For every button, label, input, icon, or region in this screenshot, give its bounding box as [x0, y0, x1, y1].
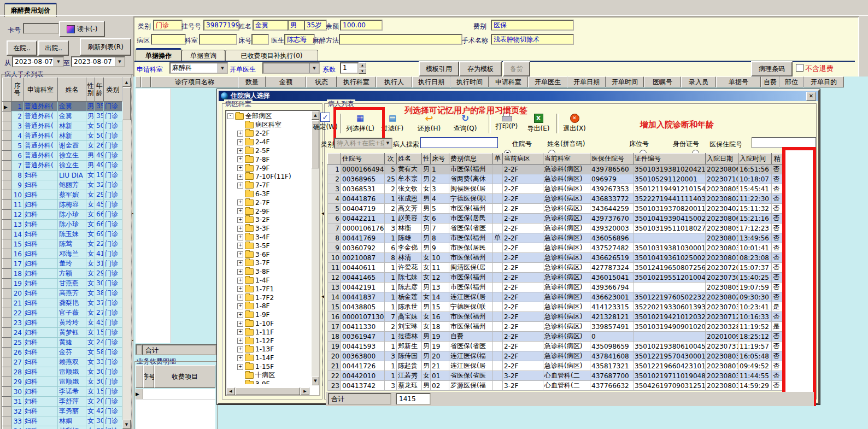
detail-row-selector[interactable]: ▶: [136, 389, 143, 399]
scrollbar-thumb[interactable]: [236, 387, 300, 395]
patient-row[interactable]: 700001061763林衡 男7省医保(省医 2-2F急诊科(病区)43932…: [328, 224, 783, 233]
surgery-list-row[interactable]: 20 妇科 高燕芳 女 38岁 门诊: [3, 289, 122, 298]
patient-row[interactable]: 1600001071307高宝妹 女16市医保(福州 2-2F急诊科(病区)42…: [328, 312, 783, 322]
no-refund-checkbox[interactable]: [796, 64, 804, 72]
chevron-down-icon[interactable]: ▼: [309, 63, 319, 73]
anesthesia-field[interactable]: [339, 34, 462, 45]
tree-item[interactable]: 病区科室: [226, 121, 307, 130]
pathology-barcode-button[interactable]: 病理条码: [751, 61, 793, 77]
tree-expander-icon[interactable]: +: [237, 312, 243, 318]
row-selector[interactable]: [3, 111, 11, 121]
col-receipt-no[interactable]: 单据号: [716, 77, 761, 87]
surgery-list-row[interactable]: 18 妇科 方颖 女 29岁 门诊: [3, 269, 122, 279]
row-selector[interactable]: [3, 249, 11, 259]
patient-row[interactable]: 17004113302刘宝琳 女18市医保(福州 2-2F急诊科(病区)3398…: [328, 322, 783, 332]
tree-item[interactable]: + 1-13F: [226, 345, 307, 354]
surgery-list-row[interactable]: 3 普通外科( 林新 女 50岁 门诊: [3, 121, 122, 131]
scroll-up-icon[interactable]: ▲: [122, 78, 131, 87]
surgery-list-row[interactable]: 21 妇科 龚梨艳 女 37岁 门诊: [3, 298, 122, 308]
row-selector[interactable]: [3, 397, 11, 407]
row-selector[interactable]: [3, 289, 11, 298]
tree-item[interactable]: + 3-2F: [226, 216, 307, 225]
chevron-down-icon[interactable]: ▼: [115, 57, 124, 66]
col-inpatient-no[interactable]: 住院号: [341, 154, 385, 164]
tree-item[interactable]: - 全部病区: [226, 112, 307, 121]
row-selector[interactable]: [3, 279, 11, 289]
patient-row[interactable]: 100001664945黄有大 男1市医保(福州 2-2F急诊科(病区)4397…: [328, 164, 783, 174]
tree-expander-icon[interactable]: +: [237, 303, 243, 309]
tree-item[interactable]: + 3-8F: [226, 267, 307, 276]
tree-expander-icon[interactable]: +: [237, 131, 243, 137]
tree-expander-icon[interactable]: +: [237, 208, 243, 214]
tree-item[interactable]: + 7-7F: [226, 181, 307, 190]
row-selector[interactable]: [3, 200, 11, 210]
surgery-list-row[interactable]: 30 妇科 李诺希 女 15岁 门诊: [3, 387, 122, 397]
surgery-list-row[interactable]: 17 妇科 董玲 女 31岁 门诊: [3, 259, 122, 269]
patient-row[interactable]: 3003685312张文钦 女3闽侯医保(居 2-2F急诊科(病区)439267…: [328, 184, 783, 194]
row-selector[interactable]: [3, 220, 11, 230]
col-psex[interactable]: 性: [422, 154, 431, 164]
surgery-list-row[interactable]: 7 普通外科( 徐立生 男 49岁 门诊: [3, 161, 122, 171]
tree-expander-icon[interactable]: +: [237, 329, 243, 335]
col-order-doctor[interactable]: 开单医生: [528, 77, 567, 87]
surgery-list-row[interactable]: 2 普通外科( 金翼 男 35岁 门诊: [3, 111, 122, 121]
surgery-list-row[interactable]: 27 妇科 赖燕双 女 33岁 门诊: [3, 357, 122, 367]
tree-expander-icon[interactable]: +: [237, 226, 243, 232]
col-fee-info[interactable]: 费别信息: [449, 154, 493, 164]
surgery-list-scrollbar[interactable]: ▲ ▼: [122, 78, 131, 429]
col-cert-no[interactable]: 证件编号: [634, 154, 706, 164]
surgery-list-row[interactable]: 24 妇科 黄梦钰 女 15岁 门诊: [3, 328, 122, 338]
surgery-list-row[interactable]: 6 普通外科( 徐立生 男 49岁 门诊: [3, 151, 122, 161]
name-field[interactable]: 金翼: [253, 20, 289, 31]
row-selector[interactable]: [3, 102, 11, 111]
col-dept[interactable]: 申请科室: [24, 78, 58, 102]
tree-item[interactable]: + 1-7F1: [226, 285, 307, 293]
col-admit-time[interactable]: 入院时间: [738, 154, 772, 164]
col-order-date[interactable]: 开单日期: [567, 77, 606, 87]
tree-item[interactable]: + 1-7F2: [226, 293, 307, 302]
surgery-list-row[interactable]: 1 普通外科( 金翼 男 35岁 门诊: [3, 102, 122, 111]
tree-item[interactable]: + 7-9F: [226, 164, 307, 173]
tree-expander-icon[interactable]: +: [237, 355, 243, 361]
read-card-button[interactable]: 读卡(-): [59, 21, 105, 37]
col-item-name[interactable]: 诊疗项目名称: [151, 77, 238, 87]
refresh-list-button[interactable]: 刷新列表(R): [80, 38, 131, 56]
chevron-down-icon[interactable]: ▼: [54, 57, 63, 66]
tree-expander-icon[interactable]: +: [237, 243, 243, 249]
col-order-time[interactable]: 开单时间: [606, 77, 644, 87]
chevron-down-icon[interactable]: ▼: [384, 139, 391, 148]
surgery-name-field[interactable]: 浅表肿物切除术: [491, 34, 574, 45]
col-qty[interactable]: 数量: [238, 77, 266, 87]
col-cur-ward[interactable]: 当前病区: [503, 154, 543, 164]
patient-row[interactable]: 10002100878林清 女10市医保(福州 2-2F急诊科(病区)43662…: [328, 253, 783, 263]
row-selector[interactable]: [3, 141, 11, 151]
balance-field[interactable]: 100.00: [340, 20, 383, 31]
chevron-down-icon[interactable]: ▼: [218, 63, 227, 73]
tree-item[interactable]: + 2-5F: [226, 146, 307, 155]
patient-row[interactable]: 4004418761张成恩 男4宁德医保(职 2-2F急诊科(病区)436833…: [328, 194, 783, 204]
surgery-list-row[interactable]: 28 妇科 雷顺娥 女 30岁 门诊: [3, 367, 122, 377]
surgery-list-row[interactable]: 9 妇科 鲍丽芳 女 32岁 门诊: [3, 180, 122, 190]
patient-type-combobox[interactable]: 待入科+在院+病区 ▼: [334, 138, 392, 149]
tab-order-query[interactable]: 单据查询: [181, 50, 225, 61]
col-dan[interactable]: 单: [493, 154, 503, 164]
col-type[interactable]: 类别: [104, 78, 122, 102]
col-executor[interactable]: 执行人: [376, 77, 412, 87]
surgery-list-row[interactable]: 19 妇科 甘燕燕 女 30岁 门诊: [3, 279, 122, 289]
col-cur-dept[interactable]: 当前科室: [543, 154, 590, 164]
tree-expander-icon[interactable]: +: [237, 139, 243, 145]
tree-item[interactable]: + 1-15F: [226, 362, 307, 371]
surgery-list-row[interactable]: 14 妇科 陈玉妹 女 69岁 门诊: [3, 230, 122, 239]
tree-expander-icon[interactable]: +: [237, 295, 243, 301]
scroll-down-icon[interactable]: ▼: [122, 420, 131, 429]
col-entry-clerk[interactable]: 录入员: [681, 77, 716, 87]
col-order-purpose[interactable]: 开单目的: [804, 77, 844, 87]
col-exec-dept[interactable]: 执行科室: [337, 77, 376, 87]
req-dept-combobox[interactable]: 麻醉科 ▼: [169, 62, 228, 74]
patient-row[interactable]: 6004422111赵美容 女6市医保(居民 2-2F急诊科(病区)439737…: [328, 214, 783, 224]
col-times[interactable]: 次: [385, 154, 397, 164]
col-amount[interactable]: 金额: [266, 77, 306, 87]
row-selector[interactable]: [3, 328, 11, 338]
tree-item[interactable]: + 2-7F: [226, 198, 307, 207]
tree-hscrollbar[interactable]: ◀ ▶: [226, 387, 309, 395]
